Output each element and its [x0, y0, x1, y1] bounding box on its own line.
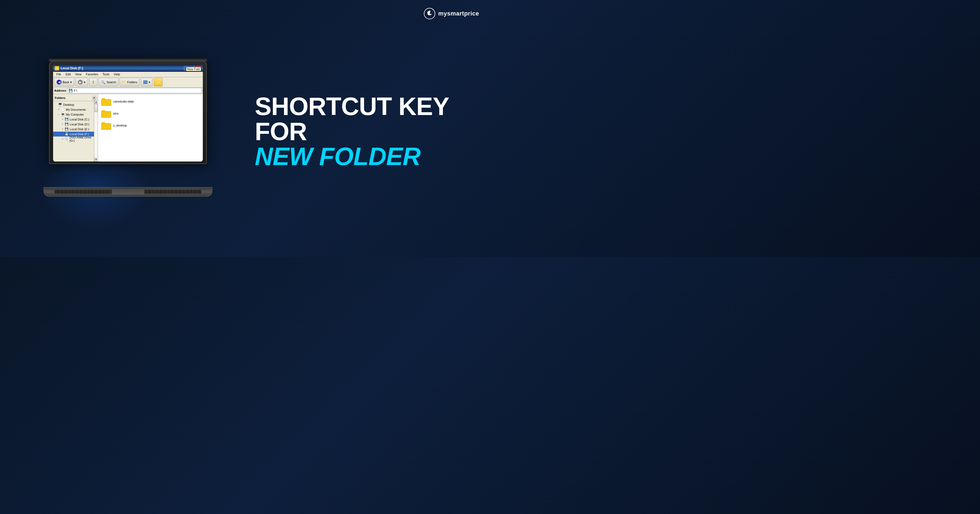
tree-item-desktop[interactable]: 🖥️ Desktop — [53, 102, 98, 107]
back-button[interactable]: ◀ Back ▾ — [54, 78, 74, 86]
desktop-label: Desktop — [63, 103, 74, 106]
desktop-expand — [54, 103, 58, 106]
forward-icon: ▶ — [78, 80, 83, 84]
documents-icon: 📄 — [61, 108, 65, 112]
scroll-thumb[interactable] — [94, 104, 98, 112]
dvd-icon: 💿 — [65, 137, 69, 141]
diskf-label: Local Disk (F:) — [70, 132, 89, 136]
dvd-expand: + — [61, 137, 65, 141]
diske-label: Local Disk (E:) — [70, 127, 89, 131]
tree-item-disk-c[interactable]: + 💾 Local Disk (C:) — [53, 117, 98, 122]
menu-file[interactable]: File — [54, 72, 64, 76]
hero-title-line1: SHORTCUT KEY FOR — [255, 94, 474, 144]
scroll-up-button[interactable]: ▲ — [94, 100, 98, 104]
hero-text-section: SHORTCUT KEY FOR NEW FOLDER — [255, 88, 490, 169]
mycomputer-expand: − — [57, 113, 61, 116]
address-bar: Address 💾 F:\ — [53, 87, 203, 94]
diske-icon: 💾 — [65, 127, 69, 132]
toolbar: ◀ Back ▾ ▶ ▾ ⬆ 🔍 Search — [53, 77, 203, 87]
tree-item-disk-d[interactable]: + 💾 Local Disk (D:) — [53, 122, 98, 127]
folder-item-zdesktop[interactable]: z_desktop — [100, 120, 200, 130]
dvd-label: DVD-RAM Drive (G:) — [69, 136, 97, 142]
diskd-expand: + — [61, 122, 65, 126]
folder-icon-zdesktop — [101, 121, 111, 130]
msp-icon — [423, 8, 436, 20]
desktop-icon: 🖥️ — [58, 103, 62, 107]
folders-panel-close[interactable]: ✕ — [92, 96, 96, 100]
menu-help[interactable]: Help — [111, 72, 122, 76]
laptop-base — [43, 187, 212, 197]
menu-bar: File Edit View Favorites Tools Help — [53, 72, 203, 77]
diskc-label: Local Disk (C:) — [70, 118, 89, 121]
diskd-label: Local Disk (D:) — [70, 123, 89, 126]
mycomputer-label: My Computer — [66, 113, 84, 116]
svg-point-1 — [429, 11, 430, 12]
folders-icon: 📁 — [122, 80, 126, 84]
new-folder-icon: 📁 — [156, 81, 160, 84]
title-bar: 📁 Local Disk (F:) _ □ ✕ — [53, 65, 203, 72]
diskd-icon: 💾 — [65, 122, 69, 127]
window-icon: 📁 — [55, 66, 59, 70]
menu-favorites[interactable]: Favorites — [84, 72, 100, 76]
computer-icon: 💻 — [61, 112, 65, 117]
brand-name: mysmartprice — [438, 10, 479, 17]
tree-item-dvd[interactable]: + 💿 DVD-RAM Drive (G:) — [53, 136, 98, 141]
diske-expand: + — [61, 127, 65, 131]
search-label: Search — [107, 81, 116, 84]
scroll-down-button[interactable]: ▼ — [94, 158, 98, 162]
folders-panel: Folders ✕ 🖥️ Desktop + — [53, 94, 98, 162]
screen-bezel: 📁 Local Disk (F:) _ □ ✕ File Edit View — [53, 65, 203, 162]
up-button[interactable]: ⬆ — [89, 78, 97, 86]
diskf-icon: 💾 — [65, 132, 69, 136]
window-title: Local Disk (F:) — [61, 67, 182, 70]
address-input[interactable]: 💾 F:\ — [67, 88, 202, 93]
address-drive-icon: 💾 — [68, 89, 73, 92]
laptop-hinge — [49, 59, 207, 61]
folder-item-camstudio[interactable]: camstudio-data — [100, 96, 200, 106]
folders-panel-title: Folders — [55, 96, 65, 100]
tree-item-disk-e[interactable]: + 💾 Local Disk (E:) — [53, 127, 98, 132]
folder-label-pics: pics — [113, 112, 119, 115]
hero-title-line2: NEW FOLDER — [255, 144, 474, 169]
folder-item-pics[interactable]: pics — [100, 108, 200, 119]
search-button[interactable]: 🔍 Search — [99, 78, 118, 86]
main-area: Folders ✕ 🖥️ Desktop + — [53, 94, 203, 162]
tooltip-text: New Fold — [187, 67, 200, 71]
documents-label: My Documents — [66, 108, 86, 111]
trackpad — [111, 190, 144, 194]
laptop-screen: 📁 Local Disk (F:) _ □ ✕ File Edit View — [49, 61, 207, 164]
folders-scrollbar[interactable]: ▲ ▼ — [94, 100, 98, 162]
diskf-expand: + — [61, 132, 65, 136]
folder-icon-pics — [101, 109, 111, 117]
tree-item-documents[interactable]: + 📄 My Documents — [53, 107, 98, 112]
folder-label-camstudio: camstudio-data — [113, 100, 134, 103]
diskc-expand: + — [61, 117, 65, 121]
up-icon: ⬆ — [91, 80, 95, 85]
forward-dropdown-icon: ▾ — [84, 81, 86, 84]
new-folder-button[interactable]: 📁 — [154, 78, 162, 86]
back-icon: ◀ — [57, 80, 62, 84]
folder-icon-camstudio — [101, 97, 111, 106]
documents-expand: + — [57, 108, 61, 111]
address-label: Address — [54, 89, 66, 92]
menu-tools[interactable]: Tools — [100, 72, 112, 76]
diskc-icon: 💾 — [65, 117, 69, 122]
explorer-window: 📁 Local Disk (F:) _ □ ✕ File Edit View — [53, 65, 203, 162]
laptop-wrapper: 📁 Local Disk (F:) _ □ ✕ File Edit View — [35, 61, 221, 197]
content-area: camstudio-data pics z_desktop — [98, 94, 203, 162]
menu-view[interactable]: View — [73, 72, 84, 76]
folders-label: Folders — [127, 81, 137, 84]
view-button[interactable]: ▾ — [141, 78, 153, 86]
search-icon: 🔍 — [101, 80, 105, 84]
forward-button[interactable]: ▶ ▾ — [75, 78, 88, 86]
back-dropdown-icon: ▾ — [70, 81, 72, 84]
folders-button[interactable]: 📁 Folders — [119, 78, 140, 86]
tree-item-mycomputer[interactable]: − 💻 My Computer — [53, 112, 98, 117]
menu-edit[interactable]: Edit — [64, 72, 73, 76]
folder-tree: 🖥️ Desktop + 📄 My Documents − — [53, 101, 98, 143]
folder-label-zdesktop: z_desktop — [113, 124, 127, 127]
view-dropdown-icon: ▾ — [149, 81, 150, 84]
new-folder-tooltip: New Fold — [186, 67, 201, 71]
address-value: F:\ — [74, 89, 77, 92]
back-label: Back — [63, 81, 69, 84]
